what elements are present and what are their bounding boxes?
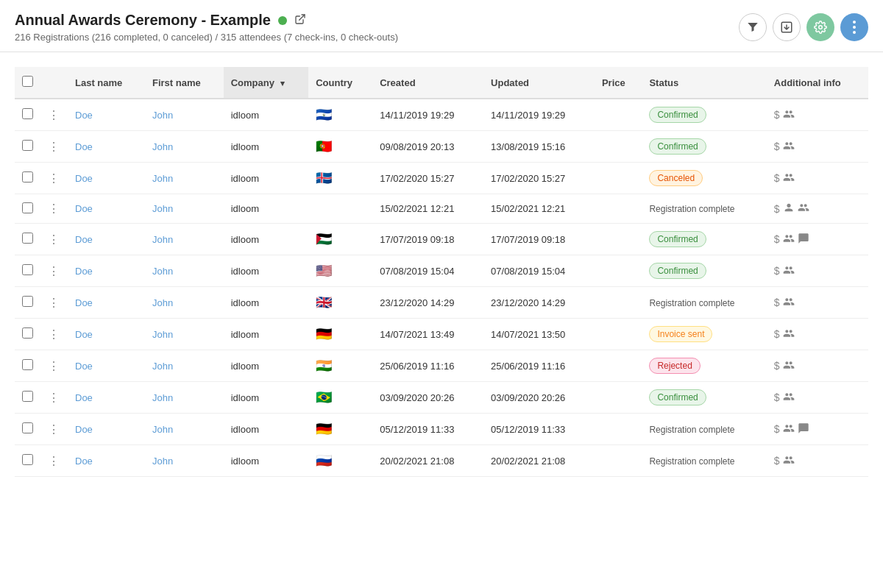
people-icon[interactable] — [783, 108, 795, 122]
dollar-icon[interactable]: $ — [774, 455, 780, 467]
people-icon[interactable] — [783, 359, 795, 373]
status-dot — [278, 16, 287, 25]
registrations-table: Last name First name Company ▾ Country C… — [15, 67, 868, 477]
people-icon[interactable] — [783, 296, 795, 310]
svg-point-2 — [819, 26, 823, 29]
row-last-name: Doe — [68, 445, 145, 477]
row-menu-button[interactable]: ⋮ — [48, 328, 60, 341]
last-name-link[interactable]: Doe — [75, 141, 93, 152]
row-first-name: John — [145, 194, 224, 224]
row-checkbox-1[interactable] — [22, 140, 33, 151]
row-company: idloom — [224, 319, 309, 350]
last-name-link[interactable]: Doe — [75, 297, 93, 308]
row-menu-button[interactable]: ⋮ — [48, 265, 60, 277]
last-name-link[interactable]: Doe — [75, 266, 93, 277]
status-badge: Canceled — [649, 170, 703, 186]
row-checkbox-4[interactable] — [22, 233, 33, 244]
chat-icon[interactable] — [798, 233, 809, 247]
first-name-link[interactable]: John — [152, 141, 173, 152]
first-name-link[interactable]: John — [152, 297, 173, 308]
row-menu-button[interactable]: ⋮ — [48, 172, 60, 185]
dollar-icon[interactable]: $ — [774, 233, 780, 245]
last-name-link[interactable]: Doe — [75, 424, 93, 435]
row-checkbox-cell — [15, 163, 40, 194]
row-menu-button[interactable]: ⋮ — [48, 423, 60, 436]
header-company[interactable]: Company ▾ — [224, 67, 309, 99]
dollar-icon[interactable]: $ — [774, 297, 780, 308]
download-button[interactable] — [773, 13, 801, 41]
more-button[interactable] — [840, 13, 868, 41]
dollar-icon[interactable]: $ — [774, 360, 780, 372]
people-icon[interactable] — [783, 454, 795, 468]
row-menu-button[interactable]: ⋮ — [48, 455, 60, 467]
row-menu-button[interactable]: ⋮ — [48, 360, 60, 372]
last-name-link[interactable]: Doe — [75, 456, 93, 467]
row-last-name: Doe — [68, 163, 145, 194]
row-checkbox-10[interactable] — [22, 422, 33, 433]
row-price — [595, 194, 642, 224]
people-icon[interactable] — [783, 264, 795, 278]
row-checkbox-8[interactable] — [22, 359, 33, 370]
row-menu-button[interactable]: ⋮ — [48, 233, 60, 246]
row-checkbox-3[interactable] — [22, 202, 33, 213]
first-name-link[interactable]: John — [152, 456, 173, 467]
people-icon[interactable] — [783, 233, 795, 247]
people-icon[interactable] — [783, 327, 795, 341]
first-name-link[interactable]: John — [152, 203, 173, 214]
row-additional-info: $ — [767, 194, 868, 224]
row-checkbox-cell — [15, 350, 40, 382]
last-name-link[interactable]: Doe — [75, 234, 93, 245]
first-name-link[interactable]: John — [152, 424, 173, 435]
first-name-link[interactable]: John — [152, 329, 173, 340]
settings-button[interactable] — [806, 13, 834, 41]
group-icon[interactable] — [783, 202, 795, 216]
row-checkbox-2[interactable] — [22, 171, 33, 183]
row-menu-button[interactable]: ⋮ — [48, 141, 60, 153]
row-checkbox-9[interactable] — [22, 391, 33, 402]
row-menu-button[interactable]: ⋮ — [48, 297, 60, 309]
people-icon[interactable] — [783, 171, 795, 185]
row-checkbox-11[interactable] — [22, 454, 33, 465]
dollar-icon[interactable]: $ — [774, 172, 780, 184]
chat-icon[interactable] — [798, 422, 809, 436]
first-name-link[interactable]: John — [152, 173, 173, 184]
first-name-link[interactable]: John — [152, 266, 173, 277]
last-name-link[interactable]: Doe — [75, 361, 93, 372]
last-name-link[interactable]: Doe — [75, 173, 93, 184]
people-icon[interactable] — [783, 391, 795, 405]
select-all-checkbox[interactable] — [22, 76, 33, 87]
row-status: Registration complete — [642, 445, 766, 477]
row-checkbox-6[interactable] — [22, 296, 33, 307]
dollar-icon[interactable]: $ — [774, 392, 780, 403]
filter-button[interactable] — [739, 13, 767, 41]
row-checkbox-5[interactable] — [22, 264, 33, 275]
title-row: Annual Awards Ceremony - Example — [15, 12, 398, 29]
row-menu-button[interactable]: ⋮ — [48, 202, 60, 215]
people-icon[interactable] — [783, 140, 795, 154]
dollar-icon[interactable]: $ — [774, 203, 780, 215]
dollar-icon[interactable]: $ — [774, 328, 780, 340]
row-checkbox-0[interactable] — [22, 108, 33, 119]
dollar-icon[interactable]: $ — [774, 141, 780, 152]
row-checkbox-cell — [15, 287, 40, 319]
last-name-link[interactable]: Doe — [75, 329, 93, 340]
first-name-link[interactable]: John — [152, 110, 173, 121]
people-icon[interactable] — [798, 202, 809, 216]
last-name-link[interactable]: Doe — [75, 203, 93, 214]
row-last-name: Doe — [68, 255, 145, 287]
last-name-link[interactable]: Doe — [75, 392, 93, 403]
dollar-icon[interactable]: $ — [774, 423, 780, 435]
first-name-link[interactable]: John — [152, 234, 173, 245]
first-name-link[interactable]: John — [152, 361, 173, 372]
dollar-icon[interactable]: $ — [774, 109, 780, 121]
people-icon[interactable] — [783, 422, 795, 436]
row-checkbox-7[interactable] — [22, 327, 33, 339]
last-name-link[interactable]: Doe — [75, 110, 93, 121]
first-name-link[interactable]: John — [152, 392, 173, 403]
row-company: idloom — [224, 255, 309, 287]
row-menu-cell: ⋮ — [40, 224, 68, 255]
row-menu-button[interactable]: ⋮ — [48, 109, 60, 121]
dollar-icon[interactable]: $ — [774, 265, 780, 277]
external-link-icon[interactable] — [294, 13, 306, 27]
row-menu-button[interactable]: ⋮ — [48, 392, 60, 404]
